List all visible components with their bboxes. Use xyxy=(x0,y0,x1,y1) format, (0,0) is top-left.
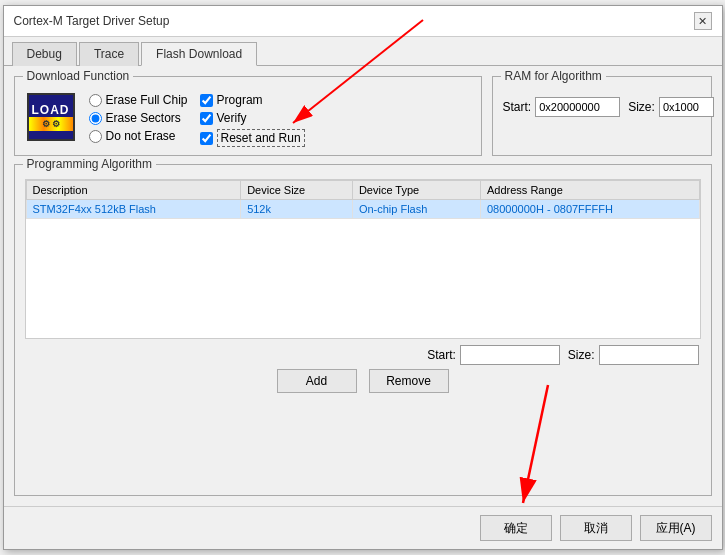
col-device-type: Device Type xyxy=(352,181,480,200)
radio-do-not-erase[interactable]: Do not Erase xyxy=(89,129,188,143)
tab-trace[interactable]: Trace xyxy=(79,42,139,66)
load-icon-container: LOAD ⚙ ⚙ xyxy=(25,91,77,143)
algo-start-input[interactable] xyxy=(460,345,560,365)
cell-device-type: On-chip Flash xyxy=(352,200,480,219)
erase-radio-group: Erase Full Chip Erase Sectors Do not Era… xyxy=(89,93,188,147)
main-window: Cortex-M Target Driver Setup ✕ Debug Tra… xyxy=(3,5,723,550)
start-size-row: Start: Size: xyxy=(25,345,701,365)
load-icon: LOAD ⚙ ⚙ xyxy=(27,93,75,141)
tab-debug[interactable]: Debug xyxy=(12,42,77,66)
tab-bar: Debug Trace Flash Download xyxy=(4,37,722,66)
load-text: LOAD xyxy=(32,103,70,117)
col-address-range: Address Range xyxy=(480,181,699,200)
algo-table-wrapper: Description Device Size Device Type Addr… xyxy=(25,179,701,339)
checkbox-verify-label: Verify xyxy=(217,111,247,125)
download-function-group: Download Function LOAD ⚙ ⚙ xyxy=(14,76,482,156)
gear-symbol-2: ⚙ xyxy=(52,119,60,129)
checkbox-program-input[interactable] xyxy=(200,94,213,107)
main-content: Download Function LOAD ⚙ ⚙ xyxy=(4,66,722,506)
cell-address-range: 08000000H - 0807FFFFH xyxy=(480,200,699,219)
radio-do-not-erase-label: Do not Erase xyxy=(106,129,176,143)
gear-symbol-1: ⚙ xyxy=(42,119,50,129)
ram-fields: Start: Size: xyxy=(503,97,701,117)
algo-table: Description Device Size Device Type Addr… xyxy=(26,180,700,219)
ram-start-input[interactable] xyxy=(535,97,620,117)
algo-table-header: Description Device Size Device Type Addr… xyxy=(26,181,699,200)
cell-description: STM32F4xx 512kB Flash xyxy=(26,200,241,219)
ram-start-label: Start: xyxy=(503,100,532,114)
window-title: Cortex-M Target Driver Setup xyxy=(14,14,170,28)
bottom-bar: 确定 取消 应用(A) xyxy=(4,506,722,549)
programming-algorithm-title: Programming Algorithm xyxy=(23,157,156,171)
algo-button-row: Add Remove xyxy=(25,369,701,393)
algo-size-group: Size: xyxy=(568,345,699,365)
radio-erase-sectors-label: Erase Sectors xyxy=(106,111,181,125)
remove-button[interactable]: Remove xyxy=(369,369,449,393)
checkbox-verify-input[interactable] xyxy=(200,112,213,125)
download-function-inner: LOAD ⚙ ⚙ Erase Full Chip xyxy=(25,91,471,147)
col-device-size: Device Size xyxy=(241,181,353,200)
checkbox-program[interactable]: Program xyxy=(200,93,305,107)
checkbox-reset-and-run[interactable]: Reset and Run xyxy=(200,129,305,147)
col-description: Description xyxy=(26,181,241,200)
top-section: Download Function LOAD ⚙ ⚙ xyxy=(14,76,712,156)
algo-start-group: Start: xyxy=(427,345,560,365)
table-row[interactable]: STM32F4xx 512kB Flash 512k On-chip Flash… xyxy=(26,200,699,219)
load-icon-bottom: ⚙ ⚙ xyxy=(29,117,73,131)
ram-size-input[interactable] xyxy=(659,97,714,117)
radio-erase-sectors-input[interactable] xyxy=(89,112,102,125)
apply-button[interactable]: 应用(A) xyxy=(640,515,712,541)
confirm-button[interactable]: 确定 xyxy=(480,515,552,541)
download-function-title: Download Function xyxy=(23,69,134,83)
checkbox-reset-and-run-label: Reset and Run xyxy=(217,129,305,147)
add-button[interactable]: Add xyxy=(277,369,357,393)
ram-start-group: Start: xyxy=(503,97,621,117)
radio-do-not-erase-input[interactable] xyxy=(89,130,102,143)
radio-erase-sectors[interactable]: Erase Sectors xyxy=(89,111,188,125)
algo-size-label: Size: xyxy=(568,348,595,362)
ram-size-group: Size: xyxy=(628,97,714,117)
ram-size-label: Size: xyxy=(628,100,655,114)
algo-size-input[interactable] xyxy=(599,345,699,365)
options-checkbox-group: Program Verify Reset and Run xyxy=(200,93,305,147)
checkbox-verify[interactable]: Verify xyxy=(200,111,305,125)
radio-erase-full-chip-label: Erase Full Chip xyxy=(106,93,188,107)
algo-start-label: Start: xyxy=(427,348,456,362)
checkbox-program-label: Program xyxy=(217,93,263,107)
cancel-button[interactable]: 取消 xyxy=(560,515,632,541)
radio-erase-full-chip[interactable]: Erase Full Chip xyxy=(89,93,188,107)
radio-erase-full-chip-input[interactable] xyxy=(89,94,102,107)
tab-flash-download[interactable]: Flash Download xyxy=(141,42,257,66)
checkbox-reset-and-run-input[interactable] xyxy=(200,132,213,145)
ram-for-algorithm-group: RAM for Algorithm Start: Size: xyxy=(492,76,712,156)
title-bar: Cortex-M Target Driver Setup ✕ xyxy=(4,6,722,37)
close-button[interactable]: ✕ xyxy=(694,12,712,30)
programming-algorithm-group: Programming Algorithm Description Device… xyxy=(14,164,712,496)
cell-device-size: 512k xyxy=(241,200,353,219)
ram-for-algorithm-title: RAM for Algorithm xyxy=(501,69,606,83)
